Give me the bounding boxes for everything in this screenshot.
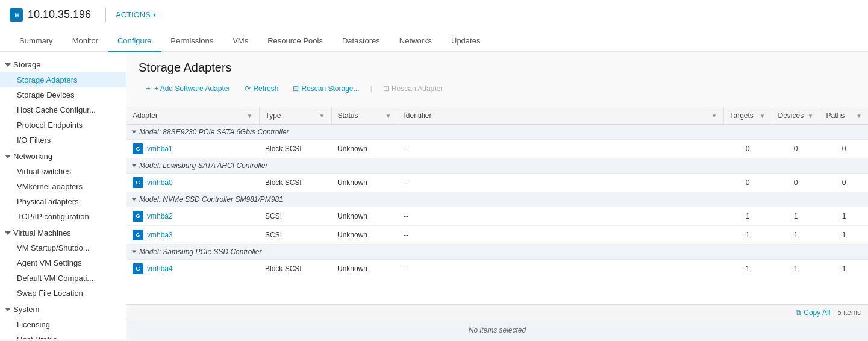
sidebar-item-virtual-switches[interactable]: Virtual switches [0,164,126,179]
tab-summary[interactable]: Summary [10,30,63,52]
toolbar-separator: | [368,84,375,93]
copy-all-button[interactable]: ⧉ Copy All [796,308,830,317]
adapter-link[interactable]: vmhba1 [147,145,173,153]
type-cell: Block SCSI [259,260,331,278]
rescan-adapter-icon: ⊡ [383,84,389,93]
sidebar-item-vmkernel-adapters[interactable]: VMkernel adapters [0,179,126,194]
sort-icon: ▼ [247,113,253,119]
devices-cell: 1 [772,226,820,245]
table-row[interactable]: G vmhba1 Block SCSI Unknown -- 0 0 0 [126,140,868,158]
triangle-icon [5,308,11,311]
sort-icon: ▼ [808,113,814,119]
items-count: 5 items [837,308,861,317]
actions-button[interactable]: ACTIONS ▾ [116,10,156,19]
triangle-icon [5,155,11,158]
triangle-icon [5,231,11,235]
table-row[interactable]: G vmhba3 SCSI Unknown -- 1 1 1 [126,226,868,245]
sort-icon: ▼ [760,113,766,119]
sidebar-item-io-filters[interactable]: I/O Filters [0,133,126,148]
adapter-icon: G [133,177,143,188]
add-software-adapter-button[interactable]: ＋ + Add Software Adapter [139,81,236,96]
table-group-row: Model: NVMe SSD Controller SM981/PM981 [126,192,868,207]
adapter-link[interactable]: vmhba2 [147,212,173,221]
sidebar-group-system[interactable]: System [0,302,126,317]
sidebar-item-physical-adapters[interactable]: Physical adapters [0,194,126,209]
group-triangle-icon [132,131,137,134]
divider [105,8,106,22]
page-title: Storage Adapters [139,61,856,75]
plus-icon: ＋ [145,83,152,93]
refresh-button[interactable]: ⟳ Refresh [239,82,284,95]
col-header-identifier[interactable]: Identifier ▼ [398,107,723,125]
paths-cell: 1 [820,207,868,226]
col-header-paths[interactable]: Paths ▼ [820,107,868,125]
table-row[interactable]: G vmhba0 Block SCSI Unknown -- 0 0 0 [126,174,868,192]
sort-icon: ▼ [319,113,325,119]
sort-icon: ▼ [711,113,717,119]
table-row[interactable]: G vmhba2 SCSI Unknown -- 1 1 1 [126,207,868,226]
status-cell: Unknown [331,174,398,192]
col-header-devices[interactable]: Devices ▼ [772,107,820,125]
adapter-link[interactable]: vmhba4 [147,264,173,273]
identifier-cell: -- [398,226,723,245]
rescan-storage-button[interactable]: ⊡ Rescan Storage... [287,82,365,95]
sidebar-item-vm-startup[interactable]: VM Startup/Shutdo... [0,240,126,255]
sidebar-item-host-cache-config[interactable]: Host Cache Configur... [0,102,126,117]
tab-configure[interactable]: Configure [108,30,161,52]
adapter-icon: G [133,263,143,274]
type-cell: Block SCSI [259,140,331,158]
sidebar-item-tcpip-config[interactable]: TCP/IP configuration [0,209,126,224]
tab-vms[interactable]: VMs [223,30,258,52]
tab-permissions[interactable]: Permissions [161,30,223,52]
tab-resource-pools[interactable]: Resource Pools [258,30,333,52]
rescan-adapter-button[interactable]: ⊡ Rescan Adapter [377,82,449,95]
sidebar-item-storage-adapters[interactable]: Storage Adapters [0,72,126,87]
main-layout: Storage Storage Adapters Storage Devices… [0,52,868,339]
group-triangle-icon [132,198,137,201]
sidebar-section-vms: Virtual Machines VM Startup/Shutdo... Ag… [0,225,126,301]
col-header-status[interactable]: Status ▼ [331,107,398,125]
sidebar-group-storage[interactable]: Storage [0,57,126,72]
sidebar-item-storage-devices[interactable]: Storage Devices [0,87,126,102]
status-cell: Unknown [331,260,398,278]
type-cell: SCSI [259,226,331,245]
adapter-cell: G vmhba3 [126,226,259,245]
table-group-row: Model: 88SE9230 PCIe SATA 6Gb/s Controll… [126,125,868,140]
adapter-link[interactable]: vmhba0 [147,178,173,187]
table-group-row: Model: Lewisburg SATA AHCI Controller [126,158,868,174]
sidebar-item-default-vm-compat[interactable]: Default VM Compati... [0,271,126,286]
adapter-link[interactable]: vmhba3 [147,231,173,239]
sidebar-group-networking[interactable]: Networking [0,149,126,164]
targets-cell: 1 [723,226,772,245]
tab-updates[interactable]: Updates [442,30,490,52]
sidebar-item-host-profile[interactable]: Host Profile [0,332,126,339]
adapter-icon: G [133,230,143,240]
col-header-type[interactable]: Type ▼ [259,107,331,125]
adapter-cell: G vmhba4 [126,260,259,278]
targets-cell: 1 [723,260,772,278]
table-row[interactable]: G vmhba4 Block SCSI Unknown -- 1 1 1 [126,260,868,278]
tab-networks[interactable]: Networks [390,30,442,52]
sort-icon: ▼ [386,113,392,119]
nav-tabs: Summary Monitor Configure Permissions VM… [0,30,868,52]
host-icon: 🖥 [10,8,23,22]
sidebar-item-swap-file[interactable]: Swap File Location [0,286,126,301]
col-header-adapter[interactable]: Adapter ▼ [126,107,259,125]
adapter-cell: G vmhba2 [126,207,259,226]
sidebar-item-protocol-endpoints[interactable]: Protocol Endpoints [0,117,126,133]
sidebar-section-system: System Licensing Host Profile [0,302,126,339]
sidebar-group-vms[interactable]: Virtual Machines [0,225,126,240]
triangle-icon [5,63,11,67]
adapters-table: Adapter ▼ Type ▼ Status [126,107,868,278]
sidebar-item-licensing[interactable]: Licensing [0,317,126,332]
devices-cell: 1 [772,207,820,226]
host-title: 10.10.35.196 [28,8,91,21]
sidebar-item-agent-vm[interactable]: Agent VM Settings [0,255,126,271]
status-cell: Unknown [331,140,398,158]
adapter-cell: G vmhba1 [126,140,259,158]
tab-datastores[interactable]: Datastores [333,30,390,52]
tab-monitor[interactable]: Monitor [63,30,108,52]
col-header-targets[interactable]: Targets ▼ [723,107,772,125]
paths-cell: 0 [820,140,868,158]
group-triangle-icon [132,164,137,167]
